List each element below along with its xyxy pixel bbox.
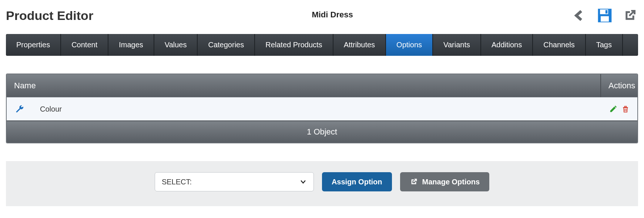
save-button[interactable] [597,7,613,24]
tab-channels[interactable]: Channels [533,34,586,56]
tab-attributes[interactable]: Attributes [333,34,386,56]
delete-button[interactable] [622,105,629,113]
row-name: Colour [33,98,601,120]
tab-options[interactable]: Options [386,34,433,56]
col-name: Name [7,74,601,97]
tab-values[interactable]: Values [154,34,198,56]
header: Product Editor Midi Dress [0,0,644,34]
chevron-left-icon [573,8,586,23]
wrench-icon [15,104,24,114]
tab-variants[interactable]: Variants [433,34,481,56]
pencil-icon [609,105,617,113]
manage-options-label: Manage Options [422,178,480,186]
chevron-down-icon [299,178,307,185]
back-button[interactable] [571,7,588,24]
table-header: Name Actions [7,74,637,97]
table-row: Colour [7,97,637,120]
footer-panel: SELECT: Assign Option Manage Options [6,161,638,206]
svg-rect-2 [606,10,608,13]
external-link-icon [410,178,418,186]
row-type-icon-cell [7,98,33,120]
option-select[interactable]: SELECT: [155,172,314,191]
options-table: Name Actions Colour 1 Object [6,74,638,143]
tab-tags[interactable]: Tags [586,34,623,56]
table-footer: 1 Object [7,120,637,143]
edit-button[interactable] [609,105,617,113]
trash-icon [622,105,629,113]
svg-rect-3 [601,16,609,22]
tab-images[interactable]: Images [108,34,154,56]
open-external-button[interactable] [622,7,638,24]
manage-options-button[interactable]: Manage Options [400,172,490,191]
save-icon [597,7,613,24]
select-placeholder: SELECT: [162,178,192,186]
assign-option-label: Assign Option [332,178,382,186]
tabs: Properties Content Images Values Categor… [6,34,638,56]
page-title: Product Editor [6,8,93,23]
row-actions [601,98,637,120]
tab-categories[interactable]: Categories [198,34,255,56]
assign-option-button[interactable]: Assign Option [322,172,392,191]
tab-additions[interactable]: Additions [481,34,533,56]
tab-related-products[interactable]: Related Products [255,34,333,56]
header-actions [571,7,638,24]
product-name: Midi Dress [93,10,571,20]
tab-properties[interactable]: Properties [6,34,61,56]
external-link-icon [623,8,637,23]
col-actions: Actions [601,74,637,97]
tab-content[interactable]: Content [61,34,108,56]
tab-spacer [623,34,638,56]
